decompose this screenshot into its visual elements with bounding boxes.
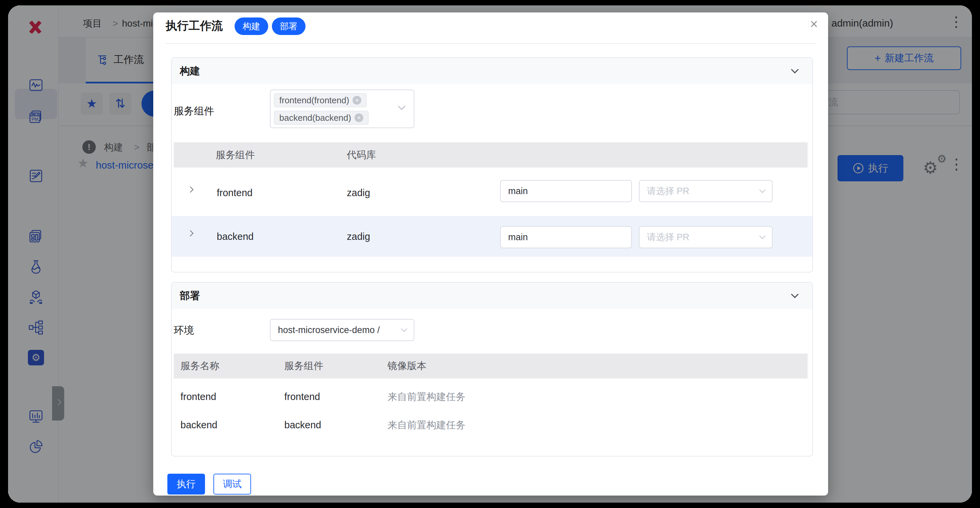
chevron-down-icon — [759, 233, 765, 239]
close-icon[interactable]: × — [807, 16, 821, 31]
build-section-header[interactable]: 构建 — [172, 58, 812, 84]
cell-image-version: 来自前置构建任务 — [388, 392, 466, 402]
badge-deploy: 部署 — [272, 18, 305, 35]
pr-placeholder: 请选择 PR — [647, 231, 689, 243]
build-table-header: 服务组件 代码库 — [174, 142, 808, 168]
col-component: 服务组件 — [216, 149, 255, 162]
pr-select[interactable]: 请选择 PR — [639, 180, 773, 202]
col-repo: 代码库 — [347, 149, 376, 162]
execute-button[interactable]: 执行 — [167, 474, 205, 495]
app-window: PM — [8, 5, 972, 503]
badge-build: 构建 — [235, 18, 268, 35]
debug-button[interactable]: 调试 — [213, 474, 251, 495]
execute-workflow-modal: 执行工作流 构建 部署 × 构建 服务组件 frontend(frontend)… — [153, 13, 828, 495]
col-image-version: 镜像版本 — [388, 359, 426, 373]
col-service-component: 服务组件 — [284, 359, 323, 373]
build-section-title: 构建 — [180, 64, 200, 78]
chevron-down-icon — [759, 187, 765, 193]
screenshot-frame: PM — [0, 0, 980, 508]
deploy-section-header[interactable]: 部署 — [172, 283, 812, 309]
cell-component: backend — [217, 232, 254, 241]
branch-input[interactable] — [500, 226, 632, 248]
component-label: 服务组件 — [174, 106, 214, 116]
deploy-section-title: 部署 — [180, 289, 200, 303]
cell-repo: zadig — [347, 188, 370, 198]
modal-title: 执行工作流 — [166, 20, 223, 31]
selected-tag-frontend: frontend(frontend) × — [274, 93, 367, 107]
cell-component: frontend — [217, 188, 252, 198]
env-label: 环境 — [174, 325, 194, 335]
chevron-down-icon — [791, 291, 799, 299]
chevron-down-icon — [398, 102, 406, 110]
component-multiselect[interactable]: frontend(frontend) × backend(backend) × — [270, 89, 414, 128]
chevron-down-icon — [401, 326, 407, 332]
cell-service-component: frontend — [284, 392, 320, 402]
cell-service-name: frontend — [180, 392, 216, 402]
chevron-down-icon — [791, 66, 799, 73]
pr-select[interactable]: 请选择 PR — [639, 226, 773, 248]
cell-repo: zadig — [347, 232, 370, 241]
tag-remove-icon[interactable]: × — [353, 96, 361, 105]
tag-label: frontend(frontend) — [279, 95, 349, 105]
tag-remove-icon[interactable]: × — [355, 113, 363, 122]
cell-service-component: backend — [284, 420, 321, 430]
pr-placeholder: 请选择 PR — [647, 185, 689, 197]
selected-tag-backend: backend(backend) × — [274, 111, 369, 125]
branch-input[interactable] — [500, 180, 632, 202]
cell-service-name: backend — [180, 420, 218, 430]
modal-header-divider — [166, 43, 816, 44]
execute-label: 执行 — [177, 478, 196, 490]
tag-label: backend(backend) — [279, 113, 351, 123]
env-select[interactable]: host-microservice-demo / — [270, 319, 414, 341]
env-value: host-microservice-demo / — [278, 325, 380, 335]
col-service-name: 服务名称 — [180, 359, 220, 373]
deploy-table-header: 服务名称 服务组件 镜像版本 — [174, 353, 808, 379]
debug-label: 调试 — [223, 478, 242, 490]
cell-image-version: 来自前置构建任务 — [388, 420, 466, 430]
